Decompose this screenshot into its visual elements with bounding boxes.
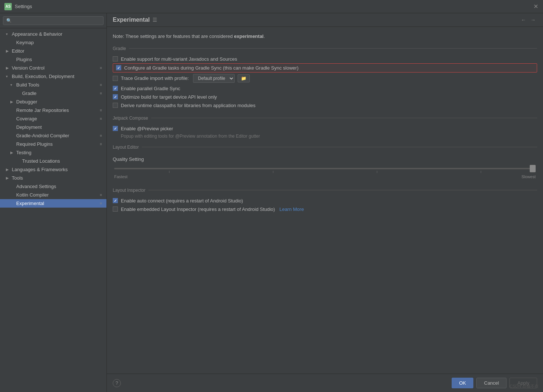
expand-arrow: ▶ (6, 49, 10, 53)
gradle-section: Gradle Enable support for multi-variant … (113, 46, 537, 110)
quality-setting-label: Quality Setting (113, 156, 537, 162)
sidebar-item-gradle-android[interactable]: Gradle-Android Compiler ≡ (0, 131, 106, 140)
sidebar-item-label: Gradle-Android Compiler (16, 133, 69, 138)
sidebar-item-keymap[interactable]: Keymap (0, 38, 106, 47)
sidebar-item-languages[interactable]: ▶ Languages & Frameworks (0, 165, 106, 174)
sidebar-badge: ≡ (100, 108, 102, 112)
tick-marks (114, 171, 536, 173)
sidebar-item-plugins[interactable]: Plugins (0, 55, 106, 64)
checkbox-configure-all[interactable] (116, 65, 121, 70)
jetpack-section-label: Jetpack Compose (113, 116, 148, 121)
checkbox-auto-connect[interactable] (113, 198, 118, 203)
label-auto-connect[interactable]: Enable auto connect (requires a restart … (121, 198, 243, 204)
panel-nav: ← → (519, 16, 537, 24)
label-optimize-build[interactable]: Optimize build for target device API lev… (121, 94, 217, 100)
note-text-suffix: . (263, 33, 265, 39)
sidebar-item-gradle[interactable]: Gradle ≡ (0, 89, 106, 98)
app-icon: AS (4, 3, 12, 10)
sidebar-item-trusted-locations[interactable]: Trusted Locations (0, 157, 106, 165)
slider-container: Fastest Slowest (114, 168, 536, 179)
window-title: Settings (15, 4, 533, 9)
expand-arrow: ▾ (6, 74, 10, 78)
checkbox-parallel-sync[interactable] (113, 86, 118, 91)
folder-button[interactable]: 📁 (238, 74, 250, 82)
label-embedded-inspector[interactable]: Enable embedded Layout Inspector (requir… (121, 206, 275, 212)
ok-button[interactable]: OK (452, 378, 473, 388)
tick-2 (273, 171, 273, 173)
profile-select[interactable]: Default profile (193, 74, 235, 83)
sidebar-item-testing[interactable]: ▶ Testing (0, 148, 106, 157)
watermark: CSDN @猫不在 (510, 384, 539, 389)
sidebar-item-build-tools[interactable]: ▾ Build Tools ≡ (0, 81, 106, 89)
label-derive-runtime[interactable]: Derive runtime classpaths for libraries … (121, 103, 256, 108)
sidebar-badge: ≡ (100, 201, 102, 205)
expand-arrow: ▶ (6, 66, 10, 70)
expand-arrow: ▾ (10, 83, 15, 87)
sidebar-item-build-execution[interactable]: ▾ Build, Execution, Deployment (0, 72, 106, 81)
sidebar-item-required-plugins[interactable]: Required Plugins ≡ (0, 140, 106, 148)
nav-back-button[interactable]: ← (519, 16, 528, 24)
sidebar-item-version-control[interactable]: ▶ Version Control ≡ (0, 64, 106, 72)
sidebar-item-editor[interactable]: ▶ Editor (0, 47, 106, 55)
sidebar-item-appearance[interactable]: ▾ Appearance & Behavior (0, 30, 106, 38)
checkbox-optimize-build[interactable] (113, 94, 118, 99)
option-derive-runtime: Derive runtime classpaths for libraries … (113, 101, 537, 110)
close-button[interactable]: ✕ (533, 4, 539, 10)
sidebar-item-label: Experimental (16, 201, 44, 206)
sidebar-item-experimental[interactable]: Experimental ≡ (0, 199, 106, 208)
sidebar-item-label: Deployment (16, 124, 42, 130)
checkbox-trace-gradle[interactable] (113, 76, 118, 81)
help-button[interactable]: ? (113, 379, 121, 387)
slider-thumb[interactable] (530, 165, 536, 172)
sidebar-item-advanced-settings[interactable]: Advanced Settings (0, 182, 106, 191)
sidebar-item-deployment[interactable]: Deployment (0, 123, 106, 131)
sidebar-item-label: Gradle (22, 91, 36, 96)
sidebar-item-label: Debugger (16, 99, 37, 105)
sidebar-item-debugger[interactable]: ▶ Debugger (0, 98, 106, 106)
sidebar-item-label: Appearance & Behavior (12, 31, 62, 37)
sidebar-item-label: Build Tools (16, 82, 39, 88)
checkbox-derive-runtime[interactable] (113, 103, 118, 108)
sidebar-badge: ≡ (100, 83, 102, 87)
quality-setting-container: Quality Setting (113, 153, 537, 182)
sidebar-item-coverage[interactable]: Coverage ≡ (0, 114, 106, 123)
learn-more-link[interactable]: Learn More (279, 206, 304, 212)
tick-1 (169, 171, 169, 173)
main-panel: Experimental ☰ ← → Note: These settings … (107, 13, 543, 392)
sidebar-item-kotlin-compiler[interactable]: Kotlin Compiler ≡ (0, 191, 106, 199)
jetpack-section-header: Jetpack Compose (113, 116, 537, 121)
sidebar-item-tools[interactable]: ▶ Tools (0, 174, 106, 182)
label-multi-variant[interactable]: Enable support for multi-variant Javadoc… (121, 56, 237, 62)
sidebar-item-label: Trusted Locations (22, 158, 60, 164)
nav-forward-button[interactable]: → (529, 16, 537, 24)
checkbox-preview-picker[interactable] (113, 126, 118, 131)
preview-hint: Popup with editing tools for @Preview an… (113, 134, 537, 139)
label-configure-all[interactable]: Configure all Gradle tasks during Gradle… (124, 65, 298, 71)
layout-editor-section: Layout Editor Quality Setting (113, 145, 537, 182)
layout-editor-section-header: Layout Editor (113, 145, 537, 150)
panel-header: Experimental ☰ ← → (107, 13, 543, 27)
slider-labels: Fastest Slowest (114, 174, 536, 179)
layout-editor-section-label: Layout Editor (113, 145, 139, 150)
sidebar-item-label: Keymap (16, 40, 34, 45)
option-parallel-sync: Enable parallel Gradle Sync (113, 84, 537, 93)
expand-arrow: ▶ (6, 167, 10, 172)
sidebar-badge: ≡ (100, 91, 102, 95)
search-bar (0, 13, 106, 28)
label-trace-gradle[interactable]: Trace Gradle import with profile: (121, 75, 189, 81)
option-multi-variant: Enable support for multi-variant Javadoc… (113, 55, 537, 63)
checkbox-embedded-inspector[interactable] (113, 206, 118, 212)
sidebar-item-label: Coverage (16, 116, 37, 121)
label-parallel-sync[interactable]: Enable parallel Gradle Sync (121, 86, 180, 91)
label-preview-picker[interactable]: Enable @Preview picker (121, 126, 173, 131)
sidebar-item-label: Plugins (16, 57, 32, 62)
sidebar-item-remote-jar[interactable]: Remote Jar Repositories ≡ (0, 106, 106, 114)
tick-3 (377, 171, 377, 173)
sidebar-item-label: Kotlin Compiler (16, 192, 49, 198)
search-input[interactable] (3, 16, 104, 25)
content-area: ▾ Appearance & Behavior Keymap ▶ Editor … (0, 13, 543, 392)
expand-arrow: ▶ (10, 100, 15, 104)
nav-tree: ▾ Appearance & Behavior Keymap ▶ Editor … (0, 28, 106, 392)
checkbox-multi-variant[interactable] (113, 56, 118, 61)
cancel-button[interactable]: Cancel (476, 378, 507, 388)
